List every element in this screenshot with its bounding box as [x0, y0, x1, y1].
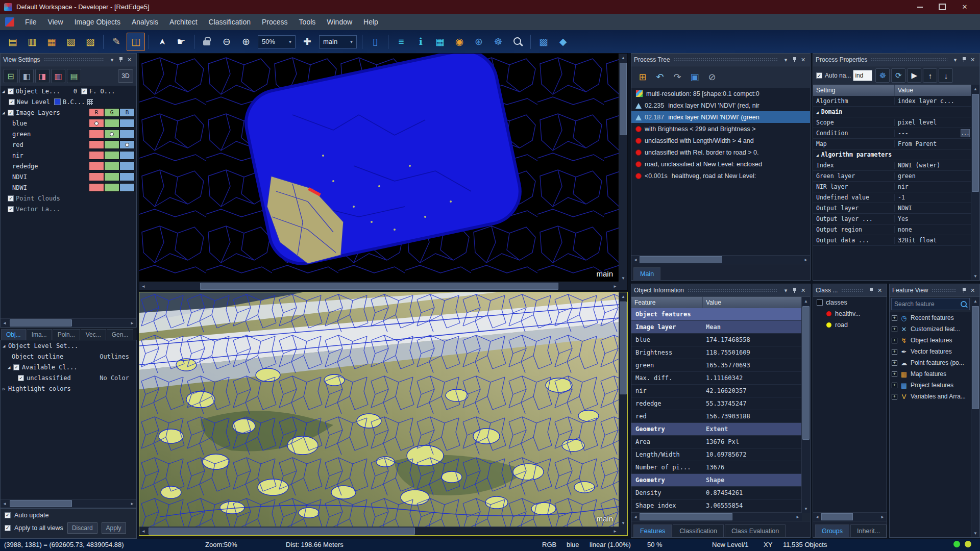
- open-scene-icon[interactable]: ▥: [23, 33, 41, 51]
- menu-item-process[interactable]: Process: [256, 15, 293, 29]
- import-data-icon[interactable]: ▧: [62, 33, 80, 51]
- object-feature-row[interactable]: nir 42.16620357: [631, 385, 802, 397]
- shift-layers-up-icon[interactable]: ▤: [67, 69, 81, 83]
- property-row[interactable]: Condition --- ...: [813, 128, 971, 139]
- zoom-level-select[interactable]: 50%: [258, 35, 296, 48]
- vertical-scrollbar[interactable]: ▲ ▼: [801, 297, 810, 513]
- info-tab[interactable]: Classification: [673, 524, 724, 537]
- dock-tab[interactable]: Gen...: [107, 329, 134, 340]
- property-row[interactable]: Output layer ... Yes: [813, 214, 971, 224]
- dock-tab[interactable]: Poin...: [53, 329, 80, 340]
- expander-icon[interactable]: [8, 365, 13, 370]
- object-levels-checkbox[interactable]: [8, 88, 14, 94]
- expand-plus-icon[interactable]: [892, 338, 897, 343]
- edit-algorithm-icon[interactable]: ☸: [875, 68, 890, 83]
- object-levels-row[interactable]: Object Le... 0 F. O...: [1, 86, 136, 96]
- close-button[interactable]: [953, 0, 976, 14]
- new-level-row[interactable]: New Level B.C...: [1, 96, 136, 107]
- map-canvas-bottom[interactable]: [139, 292, 619, 527]
- panel-pin-icon[interactable]: [867, 286, 875, 295]
- new-level-checkbox[interactable]: [9, 99, 15, 105]
- navigate-icon[interactable]: ✚: [298, 33, 316, 51]
- scroll-up-icon[interactable]: ▲: [971, 297, 979, 305]
- scroll-up-icon[interactable]: ▲: [619, 292, 627, 300]
- expander-icon[interactable]: [3, 343, 8, 348]
- feature-group[interactable]: ↯ Object features: [890, 335, 971, 346]
- duplicate-process-icon[interactable]: ▣: [687, 69, 703, 85]
- property-row[interactable]: NIR layer nir: [813, 182, 971, 192]
- object-feature-row[interactable]: blue 174.17468558: [631, 334, 802, 346]
- process-node-icon[interactable]: ⊛: [470, 33, 488, 51]
- pixel-view-icon[interactable]: ▩: [534, 33, 553, 51]
- move-down-icon[interactable]: ↓: [939, 68, 953, 83]
- scrollbar-thumb[interactable]: [620, 63, 627, 135]
- expander-icon[interactable]: [3, 386, 8, 391]
- scroll-right-icon[interactable]: ►: [611, 527, 619, 535]
- panel-menu-chevron-icon[interactable]: [781, 286, 790, 295]
- object-feature-row[interactable]: Density 0.87454261: [631, 487, 802, 499]
- image-layers-checkbox[interactable]: [8, 110, 14, 116]
- new-scene-icon[interactable]: ▤: [4, 33, 22, 51]
- toolbar-separator[interactable]: [194, 35, 194, 49]
- unclassified-checkbox[interactable]: [18, 375, 24, 381]
- toolbar-separator[interactable]: [530, 35, 531, 49]
- map-viewport-bottom[interactable]: main ▲ ▼ ◄ ►: [139, 292, 628, 536]
- panel-close-icon[interactable]: [125, 56, 134, 64]
- vertical-scrollbar[interactable]: ▲ ▼: [971, 85, 979, 280]
- scrollbar-thumb[interactable]: [149, 528, 415, 535]
- zoom-window-icon[interactable]: [508, 33, 527, 51]
- process-step[interactable]: multi-resolution: 85 [shape:0.1 compct:0: [631, 88, 810, 99]
- object-feature-row[interactable]: Object features: [631, 308, 802, 321]
- info-tab[interactable]: Class Evaluation: [725, 524, 786, 537]
- discard-button[interactable]: Discard: [67, 522, 97, 534]
- panel-close-icon[interactable]: [799, 286, 807, 295]
- delete-process-icon[interactable]: ⊘: [704, 69, 720, 85]
- edit-thematic-icon[interactable]: ✎: [107, 33, 126, 51]
- scroll-down-icon[interactable]: ▼: [802, 505, 810, 513]
- panel-close-icon[interactable]: [799, 56, 807, 64]
- feature-view-toggle-icon[interactable]: ▦: [431, 33, 449, 51]
- object-feature-row[interactable]: Geometry Shape: [631, 474, 802, 487]
- scrollbar-thumb[interactable]: [802, 306, 810, 440]
- image-layer-row[interactable]: rededge: [1, 161, 136, 171]
- class-item[interactable]: road: [813, 319, 887, 331]
- horizontal-scrollbar[interactable]: ◄ ►: [631, 255, 810, 264]
- object-feature-row[interactable]: red 156.73903188: [631, 410, 802, 423]
- save-scene-icon[interactable]: ▦: [42, 33, 61, 51]
- horizontal-scrollbar[interactable]: ◄ ►: [1, 499, 136, 508]
- toolbar-separator[interactable]: [362, 35, 362, 49]
- scrollbar-thumb[interactable]: [10, 500, 72, 507]
- undo-icon[interactable]: ↶: [652, 69, 668, 85]
- horizontal-scrollbar[interactable]: ◄ ►: [1, 318, 136, 327]
- classes-root-row[interactable]: classes: [813, 297, 887, 308]
- active-map-select[interactable]: main: [319, 35, 357, 48]
- compass-icon[interactable]: ◆: [554, 33, 572, 51]
- available-classes-checkbox[interactable]: [13, 364, 19, 370]
- menu-item-analysis[interactable]: Analysis: [126, 15, 164, 29]
- panel-menu-chevron-icon[interactable]: [781, 56, 790, 64]
- property-row[interactable]: Output region none: [813, 224, 971, 235]
- panel-menu-chevron-icon[interactable]: [108, 56, 116, 64]
- toolbar-separator[interactable]: [103, 35, 104, 49]
- split-view-icon[interactable]: ▯: [366, 33, 384, 51]
- feature-group[interactable]: ◷ Recent features: [890, 312, 971, 323]
- map-canvas-top[interactable]: [139, 54, 619, 282]
- panel-pin-icon[interactable]: [116, 56, 125, 64]
- process-step[interactable]: 02.235 index layer NDVI 'NDVI' (red, nir: [631, 99, 810, 111]
- point-clouds-checkbox[interactable]: [8, 195, 14, 202]
- process-step[interactable]: unclassified with Rel. border to road > …: [631, 146, 810, 158]
- object-feature-row[interactable]: Length/Width 10.69785672: [631, 448, 802, 461]
- scroll-right-icon[interactable]: ►: [128, 319, 136, 327]
- apply-all-views-checkbox[interactable]: [5, 525, 11, 531]
- feature-group[interactable]: ☁ Point features (po...: [890, 357, 971, 368]
- menu-item-classification[interactable]: Classification: [203, 15, 256, 29]
- property-row[interactable]: Scope pixel level: [813, 117, 971, 128]
- scroll-left-icon[interactable]: ◄: [631, 258, 640, 262]
- panel-close-icon[interactable]: [875, 286, 884, 295]
- scroll-left-icon[interactable]: ◄: [1, 319, 9, 327]
- panel-pin-icon[interactable]: [960, 56, 968, 64]
- image-object-info-icon[interactable]: ℹ: [411, 33, 430, 51]
- image-layer-row[interactable]: green: [1, 129, 136, 139]
- object-feature-row[interactable]: Number of pi... 13676: [631, 461, 802, 474]
- maximize-button[interactable]: [931, 0, 953, 14]
